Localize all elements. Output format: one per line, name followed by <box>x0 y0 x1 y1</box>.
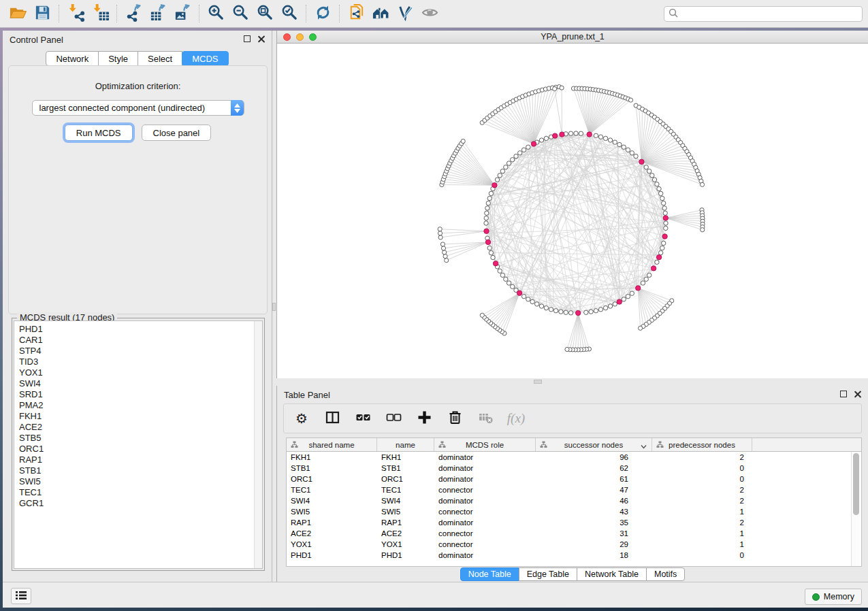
table-row[interactable]: RAP1RAP1dominator352 <box>287 517 861 528</box>
export-image-button[interactable] <box>170 3 195 24</box>
column-header-name[interactable]: name <box>377 438 434 451</box>
add-column-button[interactable] <box>416 410 432 427</box>
table-row[interactable]: TEC1TEC1connector472 <box>287 484 861 495</box>
close-table-panel-icon[interactable] <box>854 391 861 398</box>
close-window-icon[interactable] <box>283 33 291 41</box>
cell-shared-name[interactable]: FKH1 <box>287 452 377 463</box>
cell-predecessor-nodes[interactable]: 1 <box>652 539 752 550</box>
cell-MCDS-role[interactable]: connector <box>434 506 536 517</box>
mcds-result-item[interactable]: STB5 <box>14 433 262 444</box>
mcds-result-item[interactable]: PHD1 <box>14 324 262 335</box>
mcds-result-item[interactable]: TEC1 <box>14 487 262 498</box>
close-panel-button[interactable]: Close panel <box>142 125 212 141</box>
cell-shared-name[interactable]: PHD1 <box>287 550 377 561</box>
table-row[interactable]: ORC1ORC1dominator610 <box>287 474 861 484</box>
cell-name[interactable]: PHD1 <box>377 550 434 561</box>
cell-name[interactable]: RAP1 <box>377 517 434 528</box>
table-row[interactable]: STB1STB1dominator620 <box>287 463 861 474</box>
cell-predecessor-nodes[interactable]: 1 <box>652 528 752 539</box>
horizontal-splitter-handle[interactable] <box>534 380 542 384</box>
memory-button[interactable]: Memory <box>805 589 862 605</box>
search-input[interactable] <box>681 7 858 20</box>
delete-table-button[interactable] <box>477 410 494 427</box>
visual-style-button[interactable] <box>393 3 417 24</box>
cell-shared-name[interactable]: SWI5 <box>287 506 377 517</box>
zoom-in-button[interactable] <box>204 3 228 24</box>
mcds-result-item[interactable]: SWI5 <box>14 476 262 487</box>
cell-name[interactable]: ORC1 <box>377 474 434 484</box>
function-builder-button[interactable]: f(x) <box>508 410 524 427</box>
cell-successor-nodes[interactable]: 18 <box>536 550 652 561</box>
cell-MCDS-role[interactable]: dominator <box>434 474 536 484</box>
refresh-button[interactable] <box>310 3 335 24</box>
column-header-successor-nodes[interactable]: successor nodes <box>536 438 652 451</box>
cell-predecessor-nodes[interactable]: 2 <box>652 517 752 528</box>
tab-edge-table[interactable]: Edge Table <box>519 567 577 581</box>
cell-shared-name[interactable]: ORC1 <box>287 474 377 484</box>
optimization-criterion-select[interactable]: largest connected component (undirected) <box>32 100 244 116</box>
houses-button[interactable] <box>368 3 393 24</box>
table-row[interactable]: PHD1PHD1dominator180 <box>287 550 861 561</box>
run-mcds-button[interactable]: Run MCDS <box>65 125 133 141</box>
mcds-result-item[interactable]: SRD1 <box>14 389 262 400</box>
cell-successor-nodes[interactable]: 31 <box>536 528 652 539</box>
float-panel-icon[interactable] <box>244 35 251 42</box>
cell-MCDS-role[interactable]: connector <box>434 484 536 495</box>
cell-name[interactable]: TEC1 <box>377 484 434 495</box>
export-table-button[interactable] <box>146 3 170 24</box>
cell-name[interactable]: YOX1 <box>377 539 434 550</box>
mcds-result-item[interactable]: RAP1 <box>14 455 262 465</box>
mcds-result-item[interactable]: GCR1 <box>14 498 262 509</box>
tab-network[interactable]: Network <box>46 51 99 66</box>
deselect-all-button[interactable] <box>385 410 402 427</box>
cell-successor-nodes[interactable]: 61 <box>536 474 652 484</box>
columns-button[interactable] <box>324 410 340 427</box>
mcds-result-item[interactable]: STB1 <box>14 465 262 476</box>
network-canvas[interactable] <box>277 44 868 378</box>
cell-successor-nodes[interactable]: 96 <box>536 452 652 463</box>
zoom-fit-button[interactable] <box>253 3 277 24</box>
mcds-result-list[interactable]: PHD1CAR1STP4TID3YOX1SWI4SRD1PMA2FKH1ACE2… <box>14 320 263 569</box>
table-row[interactable]: YOX1YOX1connector291 <box>287 539 861 550</box>
export-network-button[interactable] <box>121 3 146 24</box>
cell-predecessor-nodes[interactable]: 2 <box>652 452 752 463</box>
mcds-result-item[interactable]: ACE2 <box>14 422 262 433</box>
table-scrollbar-thumb[interactable] <box>853 453 859 515</box>
tab-motifs[interactable]: Motifs <box>646 567 685 581</box>
cell-predecessor-nodes[interactable]: 0 <box>652 474 752 484</box>
cell-successor-nodes[interactable]: 43 <box>536 506 652 517</box>
float-table-panel-icon[interactable] <box>840 391 847 397</box>
cell-shared-name[interactable]: TEC1 <box>287 484 377 495</box>
table-row[interactable]: SWI5SWI5connector431 <box>287 506 861 517</box>
cell-shared-name[interactable]: YOX1 <box>287 539 377 550</box>
cell-shared-name[interactable]: STB1 <box>287 463 377 474</box>
mcds-result-item[interactable]: CAR1 <box>14 335 262 346</box>
select-all-button[interactable] <box>355 410 371 427</box>
import-network-button[interactable] <box>63 3 88 24</box>
open-session-button[interactable] <box>5 3 30 24</box>
cell-successor-nodes[interactable]: 47 <box>536 484 652 495</box>
tab-style[interactable]: Style <box>98 51 138 66</box>
cell-MCDS-role[interactable]: dominator <box>434 495 536 506</box>
tab-network-table[interactable]: Network Table <box>577 567 647 581</box>
gear-button[interactable]: ⚙ <box>293 410 310 427</box>
mcds-result-item[interactable]: YOX1 <box>14 367 262 378</box>
eye-button[interactable] <box>417 3 442 24</box>
cell-shared-name[interactable]: ACE2 <box>287 528 377 539</box>
zoom-selected-button[interactable] <box>277 3 302 24</box>
maximize-window-icon[interactable] <box>309 33 317 41</box>
result-list-scrollbar[interactable] <box>254 321 262 568</box>
cell-predecessor-nodes[interactable]: 0 <box>652 550 752 561</box>
cell-successor-nodes[interactable]: 46 <box>536 495 652 506</box>
close-panel-icon[interactable] <box>257 35 265 43</box>
cell-MCDS-role[interactable]: connector <box>434 528 536 539</box>
cell-MCDS-role[interactable]: dominator <box>434 517 536 528</box>
cell-name[interactable]: ACE2 <box>377 528 434 539</box>
table-row[interactable]: FKH1FKH1dominator962 <box>287 452 861 463</box>
cell-successor-nodes[interactable]: 29 <box>536 539 652 550</box>
cell-shared-name[interactable]: SWI4 <box>287 495 377 506</box>
delete-column-button[interactable] <box>447 410 463 427</box>
column-header-shared-name[interactable]: shared name <box>287 438 377 451</box>
save-session-button[interactable] <box>30 3 54 24</box>
cell-MCDS-role[interactable]: dominator <box>434 452 536 463</box>
